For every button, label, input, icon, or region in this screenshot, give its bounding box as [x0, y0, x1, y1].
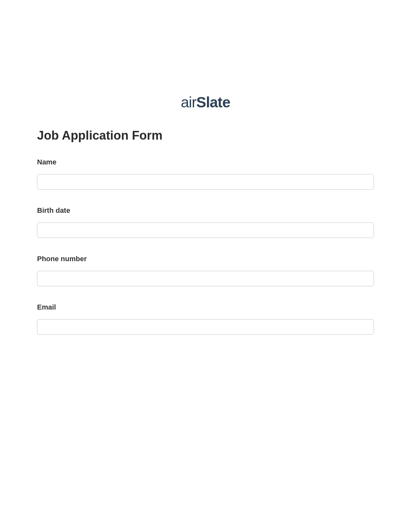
birthdate-input[interactable]	[37, 222, 374, 238]
phone-input[interactable]	[37, 271, 374, 286]
form-group-phone: Phone number	[37, 255, 374, 286]
phone-label: Phone number	[37, 255, 374, 263]
logo-prefix: air	[181, 94, 196, 111]
name-label: Name	[37, 158, 374, 166]
name-input[interactable]	[37, 174, 374, 190]
airslate-logo: airSlate	[181, 94, 230, 111]
form-title: Job Application Form	[37, 129, 374, 143]
email-label: Email	[37, 303, 374, 311]
email-input[interactable]	[37, 319, 374, 335]
form-group-email: Email	[37, 303, 374, 335]
form-container: airSlate Job Application Form Name Birth…	[0, 0, 411, 335]
logo-wrapper: airSlate	[37, 94, 374, 111]
birthdate-label: Birth date	[37, 206, 374, 215]
form-group-name: Name	[37, 158, 374, 190]
logo-suffix: Slate	[196, 94, 230, 111]
form-group-birthdate: Birth date	[37, 206, 374, 238]
